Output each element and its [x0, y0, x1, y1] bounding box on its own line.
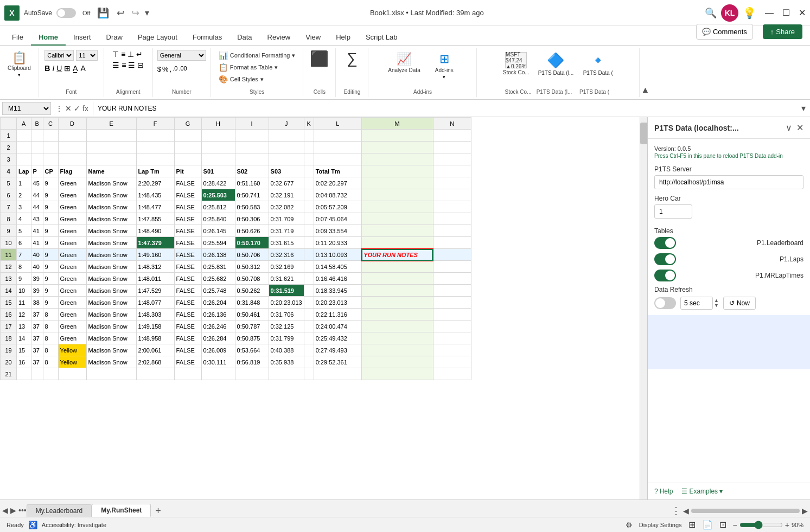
cell-b4[interactable]: P [31, 165, 43, 177]
mrlaps-toggle[interactable] [654, 270, 676, 281]
cell-d6[interactable]: Green [58, 189, 86, 201]
cell-b17[interactable]: 37 [31, 321, 43, 332]
cell-f10[interactable]: 1:47.379 [136, 237, 174, 249]
cell-f14[interactable]: 1:47.529 [136, 285, 174, 297]
cell-f9[interactable]: 1:48.490 [136, 225, 174, 237]
page-view-btn[interactable]: 📄 [702, 520, 713, 530]
cell-n19[interactable] [433, 344, 471, 356]
cell-i14[interactable]: 0:50.262 [235, 285, 269, 297]
cell-k5[interactable] [304, 177, 314, 189]
cell-m1[interactable] [361, 130, 433, 142]
cell-f17[interactable]: 1:49.158 [136, 321, 174, 332]
cell-e13[interactable]: Madison Snow [86, 273, 136, 285]
cell-m21[interactable] [361, 368, 433, 380]
cell-g4[interactable]: Pit [174, 165, 201, 177]
wrap-text-btn[interactable]: ↵ [136, 50, 143, 59]
cell-d20[interactable]: Yellow [58, 356, 86, 368]
tab-formulas[interactable]: Formulas [185, 30, 229, 46]
align-top-btn[interactable]: ⊤ [112, 50, 119, 59]
accessibility-label[interactable]: Accessibility: Investigate [42, 522, 106, 528]
decrease-decimal-btn[interactable]: .0 [173, 65, 177, 73]
cell-n14[interactable] [433, 285, 471, 297]
cell-n1[interactable] [433, 130, 471, 142]
col-header-m[interactable]: M [361, 118, 433, 130]
cell-m15[interactable] [361, 297, 433, 309]
cell-e4[interactable]: Name [86, 165, 136, 177]
cell-k18[interactable] [304, 332, 314, 344]
cell-n7[interactable] [433, 201, 471, 213]
cell-h11[interactable]: 0:26.138 [201, 249, 235, 261]
cell-i7[interactable]: 0:50.583 [235, 201, 269, 213]
cell-b20[interactable]: 37 [31, 356, 43, 368]
bold-btn[interactable]: B [44, 64, 50, 73]
cell-j21[interactable] [269, 368, 304, 380]
cell-g3[interactable] [174, 153, 201, 165]
vertical-scrollbar[interactable] [640, 117, 647, 499]
cell-a11[interactable]: 7 [17, 249, 31, 261]
cell-m13[interactable] [361, 273, 433, 285]
cell-e7[interactable]: Madison Snow [86, 201, 136, 213]
tab-script-lab[interactable]: Script Lab [358, 30, 405, 46]
cell-n17[interactable] [433, 321, 471, 332]
tab-review[interactable]: Review [260, 30, 298, 46]
align-bottom-btn[interactable]: ⊥ [127, 50, 134, 59]
cell-a1[interactable] [17, 130, 31, 142]
tabs-scroll-left-btn[interactable]: ◀ [683, 507, 689, 515]
col-header-j[interactable]: J [269, 118, 304, 130]
cell-l12[interactable]: 0:14:58.405 [314, 261, 361, 273]
cell-n4[interactable] [433, 165, 471, 177]
fill-color-btn[interactable]: A̲ [73, 64, 78, 73]
cell-m4[interactable] [361, 165, 433, 177]
cell-a16[interactable]: 12 [17, 309, 31, 321]
cell-m11[interactable]: YOUR RUN NOTES [361, 249, 433, 261]
cell-f1[interactable] [136, 130, 174, 142]
formula-expand-btn[interactable]: ▾ [801, 103, 806, 113]
cell-a9[interactable]: 5 [17, 225, 31, 237]
cell-d13[interactable]: Green [58, 273, 86, 285]
cell-l3[interactable] [314, 153, 361, 165]
cell-f12[interactable]: 1:48.312 [136, 261, 174, 273]
cell-n12[interactable] [433, 261, 471, 273]
cell-f3[interactable] [136, 153, 174, 165]
hero-car-input[interactable] [654, 204, 692, 219]
horizontal-scrollbar[interactable] [691, 509, 800, 513]
zoom-out-btn[interactable]: − [733, 521, 737, 529]
cell-c3[interactable] [43, 153, 58, 165]
cell-g16[interactable]: FALSE [174, 309, 201, 321]
formula-fx-icon[interactable]: fx [82, 104, 88, 113]
borders-btn[interactable]: ⊞ [64, 64, 71, 73]
font-color-btn[interactable]: A [80, 64, 85, 73]
cell-l4[interactable]: Total Tm [314, 165, 361, 177]
cell-h21[interactable] [201, 368, 235, 380]
cell-b6[interactable]: 44 [31, 189, 43, 201]
cell-a8[interactable]: 4 [17, 213, 31, 225]
cell-n15[interactable] [433, 297, 471, 309]
cell-h14[interactable]: 0:25.748 [201, 285, 235, 297]
cell-m2[interactable] [361, 142, 433, 153]
cell-h12[interactable]: 0:25.831 [201, 261, 235, 273]
cell-k1[interactable] [304, 130, 314, 142]
cell-n9[interactable] [433, 225, 471, 237]
cell-g15[interactable]: FALSE [174, 297, 201, 309]
cell-e10[interactable]: Madison Snow [86, 237, 136, 249]
cell-b12[interactable]: 40 [31, 261, 43, 273]
col-header-n[interactable]: N [433, 118, 471, 130]
cell-i5[interactable]: 0:51.160 [235, 177, 269, 189]
cell-k19[interactable] [304, 344, 314, 356]
cell-c12[interactable]: 9 [43, 261, 58, 273]
stock-co-btn[interactable]: MSFT$47.24▲0.26% Stock Co... [500, 50, 533, 78]
cell-j5[interactable]: 0:32.677 [269, 177, 304, 189]
cell-j6[interactable]: 0:32.191 [269, 189, 304, 201]
p1ts-2-btn[interactable]: 🔹 P1TS Data ( [579, 50, 617, 78]
cell-f21[interactable] [136, 368, 174, 380]
cell-d9[interactable]: Green [58, 225, 86, 237]
examples-link[interactable]: ☰ Examples ▾ [681, 488, 723, 495]
cell-a3[interactable] [17, 153, 31, 165]
cell-d4[interactable]: Flag [58, 165, 86, 177]
cell-d14[interactable]: Green [58, 285, 86, 297]
cell-k3[interactable] [304, 153, 314, 165]
cell-b10[interactable]: 41 [31, 237, 43, 249]
cell-h19[interactable]: 0:26.009 [201, 344, 235, 356]
tab-help[interactable]: Help [328, 30, 358, 46]
underline-btn[interactable]: U [56, 64, 62, 73]
